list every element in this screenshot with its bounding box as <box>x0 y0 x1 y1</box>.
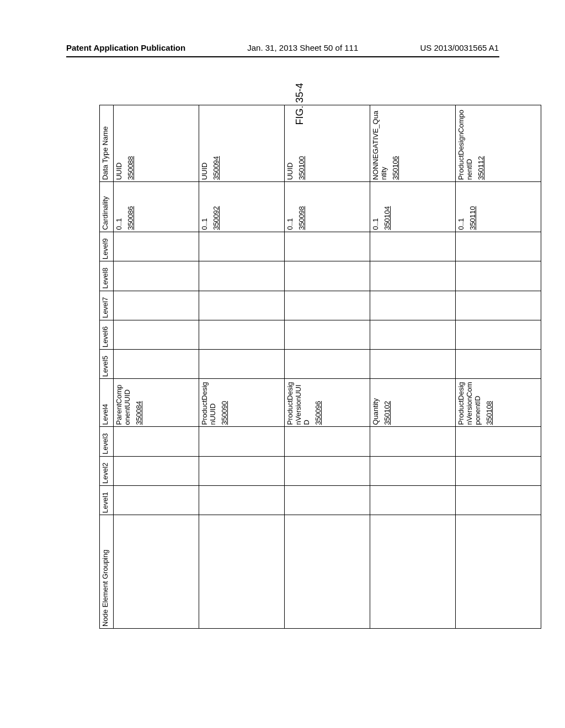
col-level6: Level6 <box>100 320 114 349</box>
cell-level8 <box>370 261 456 291</box>
cell-cardinality: 0..1350098 <box>285 182 370 232</box>
dtn-ref: 350106 <box>391 156 399 180</box>
level4-ref: 350096 <box>314 401 322 425</box>
cell-node-element-grouping <box>199 515 285 629</box>
cell-level6 <box>285 320 370 349</box>
level4-text: Quantity <box>371 398 380 425</box>
cell-level9 <box>456 232 541 261</box>
dtn-text: UUID <box>286 163 294 180</box>
cell-level3 <box>285 427 370 456</box>
cardinality-ref: 350104 <box>383 206 391 230</box>
col-level4: Level4 <box>100 379 114 427</box>
col-node-element-grouping: Node Element Grouping <box>100 515 114 629</box>
table-row: Quantity3501020..1350104NONNEGATIVE_Quan… <box>370 105 456 629</box>
cardinality-text: 0..1 <box>371 218 380 230</box>
table-row: ParentComponentUUID3500840..1350086UUID3… <box>114 105 199 629</box>
cell-level8 <box>285 261 370 291</box>
cell-level2 <box>114 456 199 485</box>
cell-level2 <box>199 456 285 485</box>
level4-text: ProductDesignVersionComponentID <box>457 382 482 425</box>
col-level8: Level8 <box>100 261 114 291</box>
cell-level4: ProductDesignVersionComponentID350108 <box>456 379 541 427</box>
cell-node-element-grouping <box>114 515 199 629</box>
cell-level5 <box>114 350 199 379</box>
cell-level8 <box>199 261 285 291</box>
table-row: ProductDesignUUID3500900..1350092UUID350… <box>199 105 285 629</box>
cell-level3 <box>456 427 541 456</box>
cell-level3 <box>370 427 456 456</box>
level4-ref: 350102 <box>383 401 391 425</box>
dtn-text: NONNEGATIVE_Quantity <box>371 111 388 180</box>
header-mid: Jan. 31, 2013 Sheet 50 of 111 <box>247 43 358 52</box>
cell-level2 <box>370 456 456 485</box>
cell-data-type-name: UUID350100 <box>285 105 370 182</box>
cardinality-text: 0..1 <box>200 218 209 230</box>
dtn-ref: 350100 <box>297 156 306 180</box>
cell-level9 <box>199 232 285 261</box>
cell-cardinality: 0..1350104 <box>370 182 456 232</box>
level4-ref: 350084 <box>135 401 143 425</box>
cell-level9 <box>285 232 370 261</box>
cell-level7 <box>114 291 199 320</box>
level4-text: ProductDesignVersionUUID <box>286 382 311 425</box>
cell-node-element-grouping <box>370 515 456 629</box>
col-level7: Level7 <box>100 291 114 320</box>
cell-level4: ProductDesignVersionUUID350096 <box>285 379 370 427</box>
cell-node-element-grouping <box>285 515 370 629</box>
header-left: Patent Application Publication <box>66 43 185 52</box>
cell-level9 <box>114 232 199 261</box>
cell-level6 <box>370 320 456 349</box>
cell-level9 <box>370 232 456 261</box>
header-right: US 2013/0031565 A1 <box>420 43 499 52</box>
dtn-text: UUID <box>200 163 209 180</box>
col-level5: Level5 <box>100 350 114 379</box>
data-table: Node Element Grouping Level1 Level2 Leve… <box>99 105 541 629</box>
col-cardinality: Cardinality <box>100 182 114 232</box>
col-level1: Level1 <box>100 485 114 515</box>
cell-data-type-name: UUID350088 <box>114 105 199 182</box>
col-level9: Level9 <box>100 232 114 261</box>
cell-level1 <box>456 485 541 515</box>
table-row: ProductDesignVersionUUID3500960..1350098… <box>285 105 370 629</box>
col-level2: Level2 <box>100 456 114 485</box>
level4-ref: 350108 <box>485 401 493 425</box>
cell-level5 <box>199 350 285 379</box>
cell-cardinality: 0..1350092 <box>199 182 285 232</box>
cell-level5 <box>285 350 370 379</box>
cell-level8 <box>114 261 199 291</box>
cell-level7 <box>285 291 370 320</box>
cell-level2 <box>456 456 541 485</box>
cardinality-text: 0..1 <box>115 218 123 230</box>
cell-level5 <box>370 350 456 379</box>
cell-level3 <box>114 427 199 456</box>
cell-level1 <box>199 485 285 515</box>
cell-level8 <box>456 261 541 291</box>
cardinality-text: 0..1 <box>286 218 294 230</box>
header-rule <box>66 56 499 57</box>
cardinality-ref: 350092 <box>212 206 220 230</box>
dtn-ref: 350088 <box>126 156 135 180</box>
col-level3: Level3 <box>100 427 114 456</box>
cell-level3 <box>199 427 285 456</box>
dtn-text: UUID <box>115 163 123 180</box>
level4-text: ParentComponentUUID <box>115 385 131 425</box>
table-header-row: Node Element Grouping Level1 Level2 Leve… <box>100 105 114 629</box>
table-row: ProductDesignVersionComponentID3501080..… <box>456 105 541 629</box>
dtn-ref: 350112 <box>477 156 485 180</box>
cardinality-ref: 350086 <box>126 206 135 230</box>
cell-level4: ProductDesignUUID350090 <box>199 379 285 427</box>
cell-level1 <box>114 485 199 515</box>
cardinality-ref: 350110 <box>468 206 477 230</box>
page-header: Patent Application Publication Jan. 31, … <box>0 43 565 52</box>
cell-level6 <box>456 320 541 349</box>
cell-node-element-grouping <box>456 515 541 629</box>
cell-level2 <box>285 456 370 485</box>
cell-cardinality: 0..1350110 <box>456 182 541 232</box>
table-container: Node Element Grouping Level1 Level2 Leve… <box>99 105 541 629</box>
cardinality-ref: 350098 <box>297 206 306 230</box>
cell-level4: ParentComponentUUID350084 <box>114 379 199 427</box>
cell-level7 <box>456 291 541 320</box>
cell-level6 <box>199 320 285 349</box>
level4-ref: 350090 <box>220 401 228 425</box>
dtn-ref: 350094 <box>212 156 220 180</box>
